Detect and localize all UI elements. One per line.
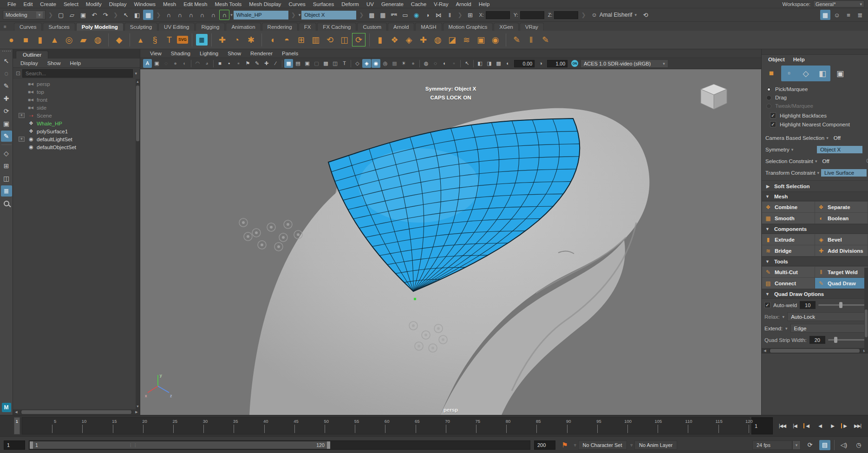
- save-scene-icon[interactable]: ▣: [78, 10, 88, 20]
- shelf-tab[interactable]: FX: [299, 23, 317, 31]
- target-weld-shelf-icon[interactable]: ‖: [524, 33, 538, 46]
- menu-item[interactable]: Generate: [378, 1, 407, 7]
- radio-option[interactable]: Tweak/Marquee: [766, 103, 868, 109]
- platonic-solid-icon[interactable]: ◆: [112, 33, 126, 46]
- divider[interactable]: [419, 60, 420, 67]
- xray-active-icon[interactable]: ◎: [381, 59, 390, 68]
- divider[interactable]: [506, 33, 506, 46]
- constraint-value[interactable]: Off: [830, 134, 868, 142]
- radio-icon[interactable]: [766, 104, 771, 109]
- range-grip[interactable]: ⋮⋮: [129, 443, 138, 447]
- divider[interactable]: [369, 33, 370, 46]
- frame-tick[interactable]: 100: [598, 418, 628, 434]
- outliner-item[interactable]: ◉ defaultObjectSet: [13, 143, 140, 151]
- menu-item[interactable]: Mesh: [159, 1, 180, 7]
- scrollbar-track[interactable]: [20, 410, 132, 414]
- animation-end-field[interactable]: 200: [534, 440, 555, 450]
- shelf-tab[interactable]: Arnold: [388, 23, 414, 31]
- four-pane-layout-icon[interactable]: ⊞: [1, 160, 12, 171]
- shadows-icon[interactable]: ●: [409, 59, 418, 68]
- constraint-value[interactable]: Object X: [817, 146, 862, 153]
- lock-camera-icon[interactable]: ▪: [225, 59, 234, 68]
- section-divider[interactable]: ❯: [111, 12, 120, 18]
- grease-pencil-icon[interactable]: ∕: [271, 59, 280, 68]
- checker-icon[interactable]: ▩: [494, 59, 503, 68]
- anim-layer-value[interactable]: No Anim Layer: [634, 440, 677, 450]
- quad-strip-width-slider[interactable]: [828, 339, 865, 341]
- scrollbar-handle[interactable]: [865, 309, 868, 337]
- outliner-item[interactable]: + ◉ defaultLightSet: [13, 135, 140, 143]
- safe-title-icon[interactable]: T: [340, 59, 349, 68]
- animation-preferences-icon[interactable]: ◷: [853, 440, 864, 450]
- divider[interactable]: [213, 60, 214, 67]
- grid-fill-icon[interactable]: ⊞: [294, 33, 308, 46]
- divider[interactable]: [351, 60, 351, 67]
- crease-set-icon[interactable]: ▥: [309, 33, 322, 46]
- boolean-button[interactable]: ◐ Boolean: [815, 213, 868, 223]
- colorspace-dropdown[interactable]: ACES 1.0 SDR-video (sRGB) ▾: [581, 59, 668, 68]
- menu-item[interactable]: Modify: [82, 1, 105, 7]
- constraint-value[interactable]: Off: [819, 158, 864, 165]
- add-divisions-button[interactable]: ✚ Add Divisions: [815, 245, 868, 256]
- bridge-shelf-icon[interactable]: ≋: [460, 33, 473, 46]
- menu-set-dropdown[interactable]: Modeling ▾: [3, 10, 46, 20]
- pause-viewport-icon[interactable]: ‖: [444, 10, 455, 20]
- face-mode-icon[interactable]: ◧: [816, 66, 829, 80]
- quad-draw-button[interactable]: ✎ Quad Draw: [815, 278, 868, 289]
- snap-to-grid-icon[interactable]: ∩: [163, 10, 174, 20]
- menu-item[interactable]: Windows: [130, 1, 159, 7]
- poly-cube-icon[interactable]: ■: [19, 33, 33, 46]
- section-divider[interactable]: ❯: [46, 12, 55, 18]
- time-slider[interactable]: 1 51015202530354045505560657075808590951…: [0, 415, 868, 436]
- outliner-item[interactable]: ■◄ top: [13, 88, 140, 96]
- viewport-menu-item[interactable]: Lighting: [196, 51, 222, 56]
- premesh-panel-icon[interactable]: ▦: [196, 34, 208, 46]
- frame-tick[interactable]: 85: [507, 418, 537, 434]
- spherize-icon[interactable]: ◉: [489, 33, 502, 46]
- viewport-menu-item[interactable]: Show: [223, 51, 245, 56]
- components-section-header[interactable]: ▼ Components: [762, 224, 868, 234]
- shaded-mode-icon[interactable]: ●: [171, 59, 180, 68]
- character-set-value[interactable]: No Character Set: [578, 440, 627, 450]
- color-management-on-icon[interactable]: ON: [571, 60, 578, 67]
- scrollbar-handle[interactable]: [770, 349, 860, 353]
- menu-item[interactable]: V-Ray: [430, 1, 452, 7]
- construction-plane-icon[interactable]: ⊞: [465, 10, 475, 20]
- paint-select-tool-icon[interactable]: ✎: [1, 80, 12, 92]
- frame-tick[interactable]: 75: [446, 418, 476, 434]
- lighting-all-icon[interactable]: ☀: [399, 59, 408, 68]
- new-scene-icon[interactable]: ▢: [56, 10, 66, 20]
- frame-tick[interactable]: 15: [83, 418, 113, 434]
- select-component-icon[interactable]: ▦: [143, 10, 153, 20]
- select-tool-icon[interactable]: ↖: [1, 55, 12, 66]
- outliner-persp-layout-icon[interactable]: ≣: [1, 185, 12, 197]
- default-material-icon[interactable]: ◕: [202, 59, 211, 68]
- current-frame-field[interactable]: 1: [751, 417, 773, 434]
- frame-tick[interactable]: 65: [385, 418, 416, 434]
- shelf-tab[interactable]: MASH: [415, 23, 442, 31]
- select-hierarchy-icon[interactable]: ↖: [121, 10, 131, 20]
- lattice-icon[interactable]: ✱: [244, 33, 258, 46]
- resolution-gate-icon[interactable]: ▣: [303, 59, 312, 68]
- soft-selection-header[interactable]: ▶ Soft Selection: [762, 180, 868, 191]
- outliner-menu-item[interactable]: Display: [17, 60, 42, 66]
- quad-draw-options-header[interactable]: ▼ Quad Draw Options: [762, 289, 868, 299]
- render-current-frame-icon[interactable]: ▦: [378, 10, 388, 20]
- frame-tick[interactable]: 115: [688, 418, 718, 434]
- outliner-item[interactable]: ❖ polySurface1: [13, 127, 140, 135]
- frame-tick[interactable]: 95: [568, 418, 598, 434]
- vertex-mode-icon[interactable]: ▫: [782, 66, 796, 80]
- menu-item[interactable]: Deform: [338, 1, 363, 7]
- slider-handle[interactable]: [839, 302, 842, 308]
- frame-tick[interactable]: 80: [476, 418, 507, 434]
- range-slider-track[interactable]: 1 ⋮⋮ 120: [29, 440, 530, 450]
- boolean-union-icon[interactable]: ◖: [266, 33, 279, 46]
- measure-tool-icon[interactable]: ✚: [215, 33, 229, 46]
- shelf-tab[interactable]: XGen: [494, 23, 518, 31]
- redo-icon[interactable]: ↷: [100, 10, 111, 20]
- node-editor-icon[interactable]: ⋈: [433, 10, 444, 20]
- menu-item[interactable]: UV: [363, 1, 378, 7]
- attribute-editor-toggle-icon[interactable]: ≡: [843, 10, 854, 20]
- menu-item[interactable]: Edit: [20, 1, 37, 7]
- film-gate-icon[interactable]: ▤: [294, 59, 302, 68]
